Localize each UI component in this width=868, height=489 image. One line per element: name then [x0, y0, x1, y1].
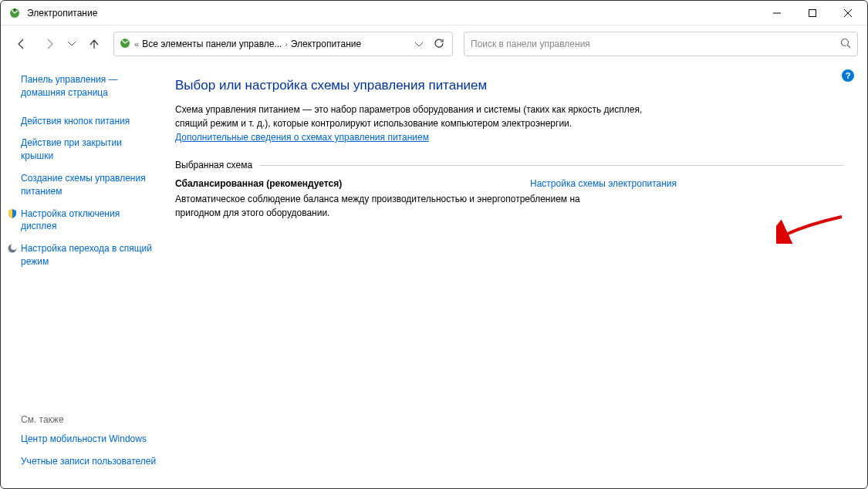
plan-settings-link[interactable]: Настройка схемы электропитания [530, 178, 677, 189]
moon-icon [7, 243, 18, 254]
recent-dropdown-icon[interactable] [66, 32, 78, 56]
svg-line-8 [848, 45, 851, 48]
window-title: Электропитание [27, 8, 759, 19]
breadcrumb-current[interactable]: Электропитание [291, 39, 361, 49]
annotation-arrow [776, 213, 846, 246]
svg-rect-3 [809, 9, 816, 16]
intro-text: Схема управления питанием — это набор па… [175, 103, 669, 144]
search-input[interactable] [471, 39, 840, 49]
plan-description: Автоматическое соблюдение баланса между … [175, 192, 623, 220]
selected-plan-section: Выбранная схема [175, 160, 844, 170]
sidebar-accounts-link[interactable]: Учетные записи пользователей [21, 455, 157, 468]
learn-more-link[interactable]: Дополнительные сведения о схемах управле… [175, 132, 429, 143]
sidebar-display-off-link[interactable]: Настройка отключения дисплея [21, 207, 157, 234]
toolbar: « Все элементы панели управле... › Элект… [1, 25, 867, 62]
power-options-icon [119, 37, 131, 52]
chevron-right-icon: › [285, 40, 287, 49]
divider [260, 165, 844, 166]
svg-point-10 [11, 244, 17, 250]
close-button[interactable] [830, 2, 866, 25]
address-bar[interactable]: « Все элементы панели управле... › Элект… [113, 32, 453, 56]
refresh-icon[interactable] [431, 38, 448, 51]
sidebar-sleep-link[interactable]: Настройка перехода в спящий режим [21, 242, 157, 268]
window-controls [759, 2, 866, 25]
shield-icon [7, 208, 18, 219]
breadcrumb-root[interactable]: Все элементы панели управле... [142, 39, 282, 49]
power-options-icon [8, 7, 21, 19]
search-bar[interactable] [464, 32, 858, 56]
chevron-down-icon[interactable] [410, 39, 427, 49]
up-button[interactable] [83, 32, 106, 56]
svg-point-7 [842, 39, 849, 46]
sidebar-create-plan-link[interactable]: Создание схемы управления питанием [21, 172, 157, 198]
content-area: Панель управления — домашняя страница Де… [1, 62, 867, 488]
sidebar-mobility-link[interactable]: Центр мобильности Windows [21, 433, 157, 446]
svg-rect-1 [14, 8, 15, 11]
plan-row: Сбалансированная (рекомендуется) Настрой… [175, 178, 677, 189]
titlebar: Электропитание [1, 1, 867, 25]
forward-button[interactable] [38, 32, 61, 56]
plan-name: Сбалансированная (рекомендуется) [175, 178, 342, 189]
sidebar-home-link[interactable]: Панель управления — домашняя страница [21, 73, 157, 99]
minimize-button[interactable] [759, 2, 795, 25]
back-button[interactable] [10, 32, 33, 56]
sidebar: Панель управления — домашняя страница Де… [1, 62, 163, 488]
section-label: Выбранная схема [175, 160, 252, 170]
sidebar-power-buttons-link[interactable]: Действия кнопок питания [21, 115, 157, 128]
maximize-button[interactable] [795, 2, 830, 25]
search-icon[interactable] [840, 38, 851, 51]
page-heading: Выбор или настройка схемы управления пит… [175, 78, 844, 93]
main-panel: Выбор или настройка схемы управления пит… [163, 62, 867, 488]
sidebar-lid-close-link[interactable]: Действие при закрытии крышки [21, 137, 157, 163]
see-also-label: См. также [21, 414, 157, 425]
